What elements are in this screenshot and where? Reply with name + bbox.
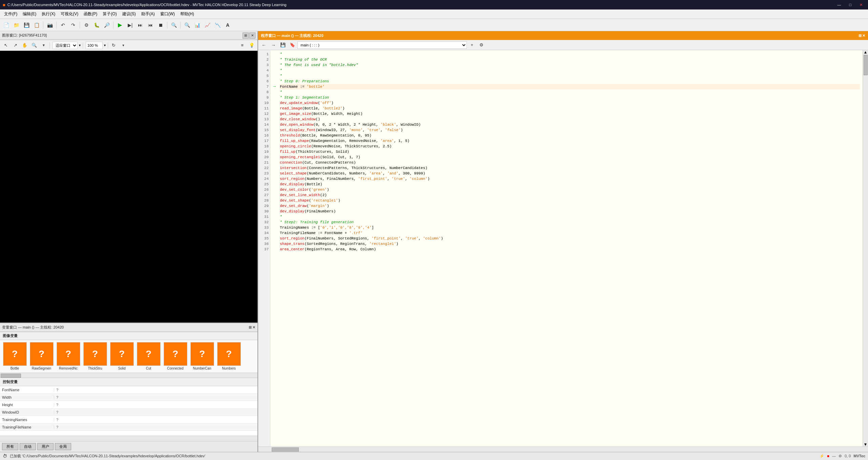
menu-item[interactable]: 助手(A) xyxy=(139,11,158,18)
image-var-item[interactable]: ? Connected xyxy=(163,342,188,371)
code-line[interactable]: read_image(Bottle, 'bottle2') xyxy=(280,106,860,111)
var-thumbnail-img[interactable]: ? xyxy=(217,342,241,366)
close-image-button[interactable]: ✕ xyxy=(249,33,255,39)
code-line[interactable]: area_center(RegionTrans, Area, Row, Colu… xyxy=(280,247,860,252)
var-thumbnail-img[interactable]: ? xyxy=(190,342,214,366)
prog-back-button[interactable]: ← xyxy=(260,41,268,49)
code-line[interactable]: * xyxy=(280,214,860,219)
code-line[interactable]: * The font is used in "bottle.hdev" xyxy=(280,62,860,68)
code-line[interactable]: dev_open_window(0, 0, 2 * Width, 2 * Hei… xyxy=(280,122,860,127)
menu-item[interactable]: 函数(P) xyxy=(81,11,100,18)
code-line[interactable]: shape_trans(SortedRegions, RegionTrans, … xyxy=(280,241,860,247)
arrow-tool[interactable]: ↖ xyxy=(1,41,10,50)
close-prog-button[interactable]: ✕ xyxy=(862,34,865,38)
ctrl-var-row[interactable]: FontName ? xyxy=(0,386,257,394)
prog-save-button[interactable]: 💾 xyxy=(278,41,287,49)
code-line[interactable]: sort_region(FinalNumbers, SortedRegions,… xyxy=(280,236,860,241)
code-line[interactable]: dev_set_draw('margin') xyxy=(280,203,860,209)
code-line[interactable]: fill_up(ThickStructures, Solid) xyxy=(280,149,860,154)
code-line[interactable]: dev_set_shape('rectangle1') xyxy=(280,198,860,203)
zoom-in-button[interactable]: 🔍 xyxy=(182,20,192,30)
var-thumbnail-img[interactable]: ? xyxy=(137,342,161,366)
float-var-button[interactable]: ⊞ xyxy=(249,325,252,330)
code-line[interactable]: get_image_size(Bottle, Width, Height) xyxy=(280,111,860,117)
image-var-item[interactable]: ? Cut xyxy=(136,342,161,371)
code-line[interactable]: * xyxy=(280,73,860,79)
code-line[interactable]: dev_set_color('green') xyxy=(280,187,860,192)
camera-button[interactable]: 📷 xyxy=(45,20,55,30)
save-button[interactable]: 💾 xyxy=(22,20,31,30)
step-button[interactable]: ▶| xyxy=(125,20,135,30)
var-thumbnail-img[interactable]: ? xyxy=(57,342,80,366)
float-prog-button[interactable]: ⊞ xyxy=(859,34,862,38)
var-thumbnail-img[interactable]: ? xyxy=(164,342,187,366)
code-line[interactable]: dev_close_window() xyxy=(280,117,860,122)
menu-item[interactable]: 窗口(W) xyxy=(158,11,178,18)
float-button[interactable]: ⊞ xyxy=(243,33,249,39)
image-var-item[interactable]: ? Numbers xyxy=(216,342,242,371)
horizontal-scrollbar[interactable] xyxy=(258,446,868,452)
code-line[interactable]: * xyxy=(280,89,860,95)
menu-item[interactable]: 文件(F) xyxy=(1,11,20,18)
vertical-scrollbar[interactable]: ▲ ▼ xyxy=(863,50,868,446)
select-tool[interactable]: ↗ xyxy=(11,41,20,50)
zoom-percent-input[interactable] xyxy=(86,42,103,49)
maximize-button[interactable]: □ xyxy=(846,3,854,7)
auto-button[interactable]: 自动 xyxy=(20,443,36,450)
rotate-tool[interactable]: ↻ xyxy=(109,41,118,50)
zoom-dropdown-btn[interactable]: ▼ xyxy=(39,41,48,50)
menu-item[interactable]: 算子(O) xyxy=(100,11,119,18)
image-var-item[interactable]: ? RemovedNc xyxy=(56,342,81,371)
chart3-button[interactable]: 📉 xyxy=(213,20,222,30)
compile-button[interactable]: ⚙ xyxy=(82,20,91,30)
menu-item[interactable]: 编辑(E) xyxy=(20,11,39,18)
scrollbar-thumb[interactable] xyxy=(864,55,868,75)
code-line[interactable]: sort_region(Numbers, FinalNumbers, 'firs… xyxy=(280,176,860,182)
all-button[interactable]: 所有 xyxy=(2,443,18,450)
menu-item[interactable]: 可视化(V) xyxy=(58,11,81,18)
prog-bookmark-button[interactable]: 🔖 xyxy=(288,41,297,49)
ctrl-vars-scrollbar[interactable] xyxy=(0,436,257,441)
zoom-tool[interactable]: 🔍 xyxy=(30,41,39,50)
image-vars-scroll[interactable]: ? Bottle ? RawSegmen ? RemovedNc ? Thick… xyxy=(0,340,257,373)
var-thumbnail-img[interactable]: ? xyxy=(30,342,54,366)
code-line[interactable]: * Training of the OCR xyxy=(280,57,860,62)
ctrl-var-row[interactable]: WindowID ? xyxy=(0,409,257,416)
ctrl-var-row[interactable]: Width ? xyxy=(0,394,257,401)
chart-button[interactable]: 📊 xyxy=(192,20,202,30)
menu-item[interactable]: 建议(S) xyxy=(120,11,139,18)
var-thumbnail-img[interactable]: ? xyxy=(3,342,27,366)
var-thumbnail-img[interactable]: ? xyxy=(110,342,134,366)
layers-button[interactable]: ≡ xyxy=(238,41,247,50)
var-thumbnail-img[interactable]: ? xyxy=(83,342,107,366)
code-line[interactable]: dev_display(Bottle) xyxy=(280,182,860,187)
stop-button[interactable]: ⏹ xyxy=(156,20,165,30)
code-line[interactable]: opening_rectangle1(Solid, Cut, 1, 7) xyxy=(280,154,860,160)
code-line[interactable]: dev_display(FinalNumbers) xyxy=(280,209,860,214)
light-button[interactable]: 💡 xyxy=(247,41,256,50)
chart2-button[interactable]: 📈 xyxy=(203,20,212,30)
code-line[interactable]: select_shape(NumberCandidates, Numbers, … xyxy=(280,171,860,176)
prog-settings-button[interactable]: ⚙ xyxy=(477,41,486,49)
image-var-item[interactable]: ? ThickStru xyxy=(82,342,108,371)
code-line[interactable]: * Step2: Training file generation xyxy=(280,219,860,225)
save-as-button[interactable]: 📋 xyxy=(32,20,41,30)
undo-button[interactable]: ↶ xyxy=(58,20,68,30)
function-dropdown[interactable]: main ( : : : ) xyxy=(297,41,467,49)
image-var-item[interactable]: ? Bottle xyxy=(2,342,27,371)
close-button[interactable]: ✕ xyxy=(857,3,865,7)
image-vars-scrollbar[interactable] xyxy=(0,373,257,378)
debug-button[interactable]: 🐛 xyxy=(92,20,101,30)
zoom-fit-select[interactable]: 适应窗口 xyxy=(53,42,78,49)
step-into-button[interactable]: ⏭ xyxy=(136,20,145,30)
close-var-button[interactable]: ✕ xyxy=(252,325,255,330)
code-line[interactable]: threshold(Bottle, RawSegmentation, 0, 95… xyxy=(280,133,860,138)
code-line[interactable]: TrainingFileName := FontName + '.trf' xyxy=(280,230,860,236)
code-line[interactable]: opening_circle(RemovedNoise, ThickStruct… xyxy=(280,144,860,149)
minimize-button[interactable]: — xyxy=(834,3,844,7)
user-button[interactable]: 用户 xyxy=(37,443,54,450)
code-line[interactable]: TrainingNames := ['0','1','0','8','9','4… xyxy=(280,225,860,230)
search-button[interactable]: 🔎 xyxy=(102,20,111,30)
global-button[interactable]: 全局 xyxy=(55,443,71,450)
rotate-dropdown[interactable]: ▼ xyxy=(119,41,128,50)
